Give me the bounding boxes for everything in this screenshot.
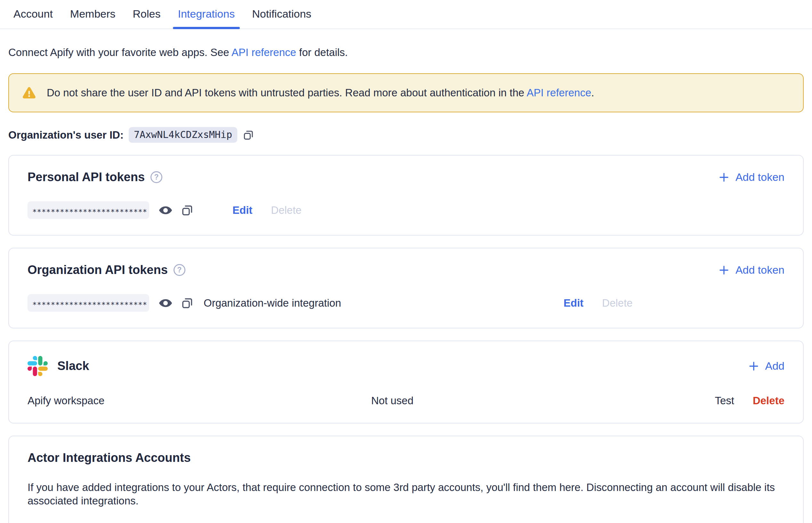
copy-user-id-button[interactable] <box>242 129 254 141</box>
org-user-id-value: 7AxwNL4kCDZxsMHip <box>129 127 237 143</box>
test-slack-button[interactable]: Test <box>715 395 734 407</box>
reveal-personal-token-button[interactable] <box>158 203 173 218</box>
actor-integrations-title: Actor Integrations Accounts <box>28 451 784 465</box>
org-token-left: ************************* Organization-w… <box>28 294 564 312</box>
intro-text: Connect Apify with your favorite web app… <box>8 47 804 58</box>
org-token-description: Organization-wide integration <box>204 297 341 309</box>
slack-title: Slack <box>57 359 89 373</box>
slack-workspace-row: Apify workspace Not used Test Delete <box>28 395 784 407</box>
tab-account[interactable]: Account <box>8 8 58 29</box>
warning-banner: Do not share the user ID and API tokens … <box>8 73 804 112</box>
add-slack-label: Add <box>765 360 785 372</box>
personal-tokens-title: Personal API tokens <box>28 170 145 184</box>
org-tokens-help-icon[interactable]: ? <box>174 264 186 276</box>
delete-org-token-button[interactable]: Delete <box>602 297 632 309</box>
slack-card: Slack Add Apify workspace Not used Test … <box>8 341 804 423</box>
personal-tokens-header: Personal API tokens ? Add token <box>28 170 784 184</box>
slack-header: Slack Add <box>28 356 784 376</box>
eye-icon <box>158 296 173 310</box>
org-tokens-header: Organization API tokens ? Add token <box>28 263 784 277</box>
copy-icon <box>242 129 254 141</box>
tab-roles[interactable]: Roles <box>128 8 166 29</box>
tab-members[interactable]: Members <box>65 8 121 29</box>
edit-org-token-button[interactable]: Edit <box>564 297 583 309</box>
actor-integrations-description: If you have added integrations to your A… <box>28 481 784 508</box>
personal-tokens-help-icon[interactable]: ? <box>151 171 162 183</box>
plus-icon <box>718 264 730 276</box>
org-api-tokens-card: Organization API tokens ? Add token ****… <box>8 248 804 328</box>
api-reference-link[interactable]: API reference <box>231 47 296 58</box>
warning-text: Do not share the user ID and API tokens … <box>47 87 594 99</box>
org-token-row: ************************* Organization-w… <box>28 294 784 312</box>
personal-token-row: ************************* Edit Delete <box>28 201 784 219</box>
delete-slack-button[interactable]: Delete <box>753 395 784 407</box>
add-slack-button[interactable]: Add <box>748 360 785 372</box>
copy-org-token-button[interactable] <box>181 296 194 310</box>
add-personal-token-label: Add token <box>736 171 784 183</box>
delete-personal-token-button[interactable]: Delete <box>271 204 301 216</box>
integrations-page: Connect Apify with your favorite web app… <box>0 47 812 523</box>
copy-personal-token-button[interactable] <box>181 203 194 217</box>
eye-icon <box>158 203 173 218</box>
plus-icon <box>748 360 759 372</box>
actor-integrations-card: Actor Integrations Accounts If you have … <box>8 436 804 523</box>
org-user-id-row: Organization's user ID: 7AxwNL4kCDZxsMHi… <box>8 127 804 143</box>
org-tokens-title: Organization API tokens <box>28 263 168 277</box>
warning-text-before: Do not share the user ID and API tokens … <box>47 87 527 98</box>
slack-workspace-name: Apify workspace <box>28 395 358 407</box>
org-token-masked-value: ************************* <box>28 294 149 312</box>
add-org-token-label: Add token <box>736 264 784 276</box>
tab-integrations[interactable]: Integrations <box>173 8 240 29</box>
actor-integrations-empty-state: No linked accounts are present. <box>28 521 784 523</box>
plus-icon <box>718 172 730 183</box>
copy-icon <box>181 296 194 310</box>
edit-personal-token-button[interactable]: Edit <box>232 204 252 216</box>
personal-token-actions: Edit Delete <box>232 204 302 216</box>
warning-api-reference-link[interactable]: API reference <box>527 87 592 98</box>
org-token-actions: Edit Delete <box>564 297 784 309</box>
slack-title-wrap: Slack <box>28 356 89 376</box>
tab-notifications[interactable]: Notifications <box>247 8 316 29</box>
slack-actions: Test Delete <box>715 395 784 407</box>
intro-text-before: Connect Apify with your favorite web app… <box>8 47 231 58</box>
personal-token-masked-value: ************************* <box>28 201 149 219</box>
copy-icon <box>181 203 194 217</box>
slack-usage-status: Not used <box>371 395 702 407</box>
warning-text-after: . <box>592 87 594 98</box>
personal-api-tokens-card: Personal API tokens ? Add token ********… <box>8 155 804 236</box>
warning-icon <box>22 86 36 100</box>
intro-text-after: for details. <box>296 47 348 58</box>
slack-logo-icon <box>28 356 48 376</box>
add-personal-token-button[interactable]: Add token <box>718 171 784 183</box>
reveal-org-token-button[interactable] <box>158 296 173 310</box>
org-user-id-label: Organization's user ID: <box>8 129 124 141</box>
settings-tabbar: Account Members Roles Integrations Notif… <box>0 0 812 29</box>
add-org-token-button[interactable]: Add token <box>718 264 784 276</box>
